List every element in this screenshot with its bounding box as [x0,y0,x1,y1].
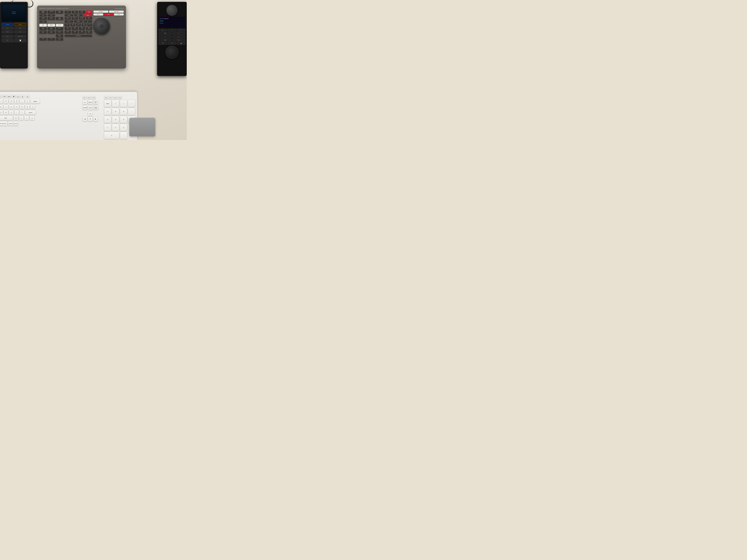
esc-key[interactable]: ESC [65,10,71,14]
roll-key[interactable]: ROLL [56,27,63,30]
undo-key[interactable]: UNDO [65,14,73,16]
home-key[interactable]: home [88,100,93,105]
f8-key[interactable]: ⏮⏯ [3,95,7,98]
rp-3-btn[interactable]: 3 [177,29,185,31]
cam3-key[interactable]: CAM3 [79,31,85,34]
stop-play-key[interactable]: STOP/PLAY [65,35,92,37]
clear-key[interactable]: clear [104,100,111,107]
cut-key[interactable]: CUT [39,38,47,41]
paste-icon-btn[interactable]: 📋 [14,38,26,42]
jog-key[interactable]: JOG [104,14,113,16]
np-minus-key[interactable]: - [128,108,135,115]
ripl-owr-key[interactable]: RIPLO/WR [56,10,63,14]
appnd-key[interactable]: APPND [47,10,55,14]
tilde-key[interactable]: ~` [0,99,3,104]
trim-in-key[interactable]: TRIMIN [39,27,47,30]
trackpad[interactable] [129,118,155,136]
copy-icon-btn[interactable]: ⎘ [1,38,14,42]
dotdot-key[interactable]: ■ [83,20,92,23]
l-key[interactable]: L [9,110,14,115]
live-owr-key[interactable]: LIVEO/WR [81,23,87,26]
u-key[interactable]: U [0,104,3,109]
bracket-open-key[interactable]: [{ [20,104,24,109]
f12-key[interactable]: 🔊 [20,95,24,98]
enter-btn[interactable]: ↵ [172,35,185,38]
np9-key[interactable]: 9 [120,108,127,115]
rp-2-btn[interactable]: 2 [168,29,176,31]
f18-key[interactable]: F18 [113,96,117,99]
delivery-btn[interactable]: Delivery [14,23,26,26]
num9-key[interactable]: 9( [9,99,14,104]
comma-key[interactable]: ,< [19,115,24,121]
page-down-key[interactable]: pagedown [93,105,98,110]
trans-key[interactable]: TRANS [65,17,71,20]
audio-only-key[interactable]: AUDIOONLY [86,31,92,34]
clip-key-2[interactable]: CLIP [47,14,55,16]
slip-dest-key[interactable]: SLIPDEST [47,31,55,34]
sync-bin-key[interactable]: SYNCBIN [72,10,78,14]
m-key[interactable]: M [14,115,18,121]
audio-level-key[interactable]: AUDIOLEVEL [79,10,85,14]
save-btn[interactable]: Save [172,39,185,41]
rvw-key[interactable]: RVW [83,14,92,16]
clr-key[interactable]: CLR [56,24,63,26]
plus-key[interactable]: =+ [25,99,30,104]
clip-key-1[interactable]: CLIP [39,14,47,16]
rp-1-btn[interactable]: 1 [159,29,167,31]
rnd-key[interactable]: RND [87,23,92,26]
forward-delete-key[interactable]: delete▶ [82,105,87,110]
arrow-up-key[interactable]: ▲ [88,111,93,116]
cam2-key[interactable]: CAM2 [72,31,78,34]
trim-out-key[interactable]: TRIMOUT [47,27,55,30]
f17-key[interactable]: F17 [108,96,113,99]
rp-volume-knob[interactable] [166,5,178,16]
eject-key[interactable]: ⏏ [26,95,30,98]
mark-key[interactable]: MARK [74,14,83,16]
fn-key-kb[interactable]: fn [82,100,87,105]
shtl-key[interactable]: SHTL [93,14,103,16]
slide-key[interactable]: SLIDE [56,31,63,34]
np1-key[interactable]: 1 [104,124,111,131]
ypos-key[interactable]: Y POS [39,21,47,23]
tab-btn[interactable]: Tab [159,32,172,35]
end-key[interactable]: end [88,105,93,110]
f16-key[interactable]: F16 [104,96,108,99]
arrow-right-key[interactable]: ▶ [93,117,98,122]
f11-key[interactable]: 🔉 [16,95,20,98]
o-btn[interactable]: ○ [159,35,172,38]
trans-dur-key[interactable]: TRANSDUR [56,34,63,37]
util-btn[interactable]: UTU [159,42,167,45]
shift-arrow-btn[interactable]: ⇧ [172,32,185,35]
cam1-key[interactable]: CAM1 [65,31,71,34]
np2-key[interactable]: 2 [112,124,119,131]
np5-key[interactable]: 5 [112,116,119,123]
o-key-kb[interactable]: O [9,104,14,109]
i-key[interactable]: I [3,104,8,109]
scrl-key[interactable]: SCRL [114,14,124,16]
paste-attribs-btn[interactable]: Paste Attribs [14,35,26,38]
move-key[interactable]: MOVE [74,20,83,23]
f13-key[interactable]: F13 [82,96,86,99]
f9-key[interactable]: ▶⏭ [7,95,11,98]
video-only-key[interactable]: VIDEOONLY [86,27,92,30]
np7-key[interactable]: 7 [104,108,111,115]
np8-key[interactable]: 8 [112,108,119,115]
shift-key-left[interactable]: shift [0,115,13,121]
np-dot-key[interactable]: . [120,132,127,139]
cam8-key[interactable]: CAM8 [70,23,75,26]
option-key[interactable]: option [8,121,13,126]
cam4-key[interactable]: CAM4 [65,27,71,30]
timeline-key[interactable]: TIMELINE [109,10,124,13]
multiply-key[interactable]: * [128,100,135,107]
snap-key[interactable]: SNAP [79,17,85,20]
f14-key[interactable]: F14 [87,96,91,99]
smth-cut-key[interactable]: SMTHCUT [56,38,63,41]
slip-src-key[interactable]: SLIPSRC [39,31,47,34]
minus-key[interactable]: -_ [20,99,24,104]
title-key[interactable]: TITLE [65,20,73,23]
cam5-key[interactable]: CAM5 [72,27,78,30]
arrow-left-key[interactable]: ◀ [82,117,87,122]
quote-key[interactable]: '" [20,110,24,115]
f19-key[interactable]: F19 [118,96,122,99]
copy-btn[interactable]: Copy [1,35,14,38]
